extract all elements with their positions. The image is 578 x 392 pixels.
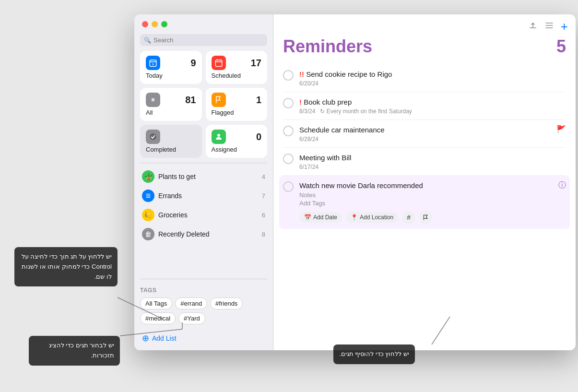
content-area: Reminders 5 !! Send cookie recipe to Rig… bbox=[273, 36, 576, 350]
svg-point-12 bbox=[217, 134, 220, 137]
tags-grid: All Tags #errand #friends #medical #Yard bbox=[140, 297, 267, 324]
reminder-body-5: Watch new movie Darla recommended Notes … bbox=[299, 180, 553, 224]
today-count: 9 bbox=[190, 58, 196, 69]
flag-button[interactable] bbox=[419, 211, 433, 224]
all-icon bbox=[146, 93, 160, 107]
today-label: Today bbox=[146, 72, 196, 79]
divider-1 bbox=[140, 163, 267, 163]
smart-list-flagged[interactable]: 1 Flagged bbox=[206, 88, 268, 121]
reminder-body-3: Schedule car maintenance 6/28/24 bbox=[299, 125, 551, 143]
smart-list-completed[interactable]: Completed bbox=[140, 125, 202, 158]
scheduled-count: 17 bbox=[251, 58, 261, 69]
recurrence-icon: ↻ bbox=[320, 108, 325, 115]
flag-icon-3: 🚩 bbox=[556, 125, 566, 134]
add-date-button[interactable]: 📅 Add Date bbox=[299, 212, 342, 223]
smart-list-all[interactable]: 81 All bbox=[140, 88, 202, 121]
reminder-recurrence-2: Every month on the first Saturday bbox=[327, 108, 412, 115]
list-title-row: Reminders 5 bbox=[283, 36, 566, 57]
reminder-body-2: ! Book club prep 8/3/24 ↻ Every month on… bbox=[299, 97, 566, 115]
add-location-button[interactable]: 📍 Add Location bbox=[346, 212, 398, 223]
reminder-circle-2[interactable] bbox=[283, 98, 294, 108]
reminder-body-1: !! Send cookie recipe to Rigo 6/20/24 bbox=[299, 69, 566, 87]
priority-icon-2: ! bbox=[299, 98, 304, 106]
hashtag-button[interactable]: # bbox=[402, 211, 415, 224]
reminder-circle-1[interactable] bbox=[283, 70, 294, 81]
reminder-title-1: !! Send cookie recipe to Rigo bbox=[299, 69, 566, 79]
errands-icon: ≡ bbox=[142, 190, 154, 202]
deleted-icon: 🗑 bbox=[142, 228, 154, 240]
plants-count: 4 bbox=[262, 173, 265, 180]
svg-rect-3 bbox=[215, 60, 222, 67]
list-item-plants[interactable]: 🪴 Plants to get 4 bbox=[138, 167, 269, 186]
tag-medical[interactable]: #medical bbox=[140, 312, 176, 324]
list-view-icon[interactable] bbox=[544, 21, 554, 33]
groceries-icon: 🍋 bbox=[142, 209, 154, 221]
reminder-circle-4[interactable] bbox=[283, 154, 294, 164]
deleted-name: Recently Deleted bbox=[158, 230, 258, 238]
reminder-date-3: 6/28/24 bbox=[299, 136, 551, 143]
tags-section: Tags All Tags #errand #friends #medical … bbox=[134, 283, 273, 328]
today-icon: 9 bbox=[146, 56, 160, 70]
list-title: Reminders bbox=[283, 36, 372, 57]
completed-label: Completed bbox=[146, 146, 196, 153]
plants-icon: 🪴 bbox=[142, 170, 154, 183]
tag-friends[interactable]: #friends bbox=[210, 297, 243, 309]
flagged-label: Flagged bbox=[212, 109, 262, 116]
flagged-icon bbox=[212, 93, 226, 107]
smart-list-today[interactable]: 9 9 Today bbox=[140, 51, 202, 84]
reminder-item-2: ! Book club prep 8/3/24 ↻ Every month on… bbox=[283, 92, 566, 120]
reminder-title-4: Meeting with Bill bbox=[299, 153, 566, 163]
search-bar: 🔍 bbox=[140, 34, 267, 46]
main-content: + Reminders 5 !! Send cookie recipe to R… bbox=[273, 14, 576, 350]
reminder-item-4: Meeting with Bill 6/17/24 bbox=[283, 148, 566, 176]
svg-point-11 bbox=[150, 133, 156, 140]
reminder-circle-5[interactable] bbox=[283, 181, 294, 192]
info-icon-5[interactable]: ⓘ bbox=[558, 180, 566, 190]
add-list-button[interactable]: ⊕ Add List bbox=[134, 328, 273, 350]
reminder-item-1: !! Send cookie recipe to Rigo 6/20/24 bbox=[283, 64, 566, 92]
tag-errand[interactable]: #errand bbox=[175, 297, 207, 309]
tag-all[interactable]: All Tags bbox=[140, 297, 172, 309]
smart-list-assigned[interactable]: 0 Assigned bbox=[206, 125, 268, 158]
tags-label: Tags bbox=[140, 287, 267, 294]
scheduled-icon bbox=[212, 56, 226, 70]
smart-list-scheduled[interactable]: 17 Scheduled bbox=[206, 51, 268, 84]
reminder-title-5[interactable]: Watch new movie Darla recommended bbox=[299, 180, 553, 190]
maximize-button[interactable] bbox=[161, 21, 167, 27]
assigned-icon bbox=[212, 130, 226, 144]
priority-icon-1: !! bbox=[299, 70, 306, 78]
reminder-title-3: Schedule car maintenance bbox=[299, 125, 551, 135]
flagged-count: 1 bbox=[256, 95, 261, 106]
reminder-circle-3[interactable] bbox=[283, 126, 294, 136]
callout-1: יש ללחוץ על תג תוך כדי לחיצה על Control … bbox=[14, 247, 118, 286]
reminder-actions-5: 📅 Add Date 📍 Add Location # bbox=[299, 211, 553, 224]
list-item-deleted[interactable]: 🗑 Recently Deleted 8 bbox=[138, 225, 269, 244]
add-reminder-button[interactable]: + bbox=[561, 20, 568, 33]
location-icon: 📍 bbox=[351, 214, 358, 221]
list-item-groceries[interactable]: 🍋 Groceries 6 bbox=[138, 205, 269, 225]
list-items: 🪴 Plants to get 4 ≡ Errands 7 🍋 Grocerie… bbox=[134, 167, 273, 276]
add-list-label: Add List bbox=[152, 334, 177, 342]
share-icon[interactable] bbox=[528, 21, 538, 33]
list-item-errands[interactable]: ≡ Errands 7 bbox=[138, 186, 269, 205]
reminder-notes-5[interactable]: Notes bbox=[299, 191, 553, 199]
add-list-icon: ⊕ bbox=[142, 333, 149, 344]
scheduled-label: Scheduled bbox=[212, 72, 262, 79]
minimize-button[interactable] bbox=[152, 21, 158, 27]
smart-lists-grid: 9 9 Today bbox=[134, 51, 273, 163]
groceries-count: 6 bbox=[262, 212, 265, 219]
errands-name: Errands bbox=[158, 192, 258, 200]
errands-count: 7 bbox=[262, 192, 265, 200]
reminder-date-2: 8/3/24 ↻ Every month on the first Saturd… bbox=[299, 108, 566, 115]
all-label: All bbox=[146, 109, 196, 116]
reminder-body-4: Meeting with Bill 6/17/24 bbox=[299, 153, 566, 170]
reminder-item-5: Watch new movie Darla recommended Notes … bbox=[279, 176, 570, 229]
tag-yard[interactable]: #Yard bbox=[178, 312, 205, 324]
reminder-item-3: Schedule car maintenance 6/28/24 🚩 bbox=[283, 120, 566, 148]
toolbar: + bbox=[273, 14, 576, 36]
reminder-title-2: ! Book club prep bbox=[299, 97, 566, 107]
reminder-tags-5[interactable]: Add Tags bbox=[299, 200, 553, 207]
sidebar: 🔍 9 9 Today bbox=[134, 14, 273, 350]
search-input[interactable] bbox=[153, 36, 263, 44]
close-button[interactable] bbox=[142, 21, 148, 27]
